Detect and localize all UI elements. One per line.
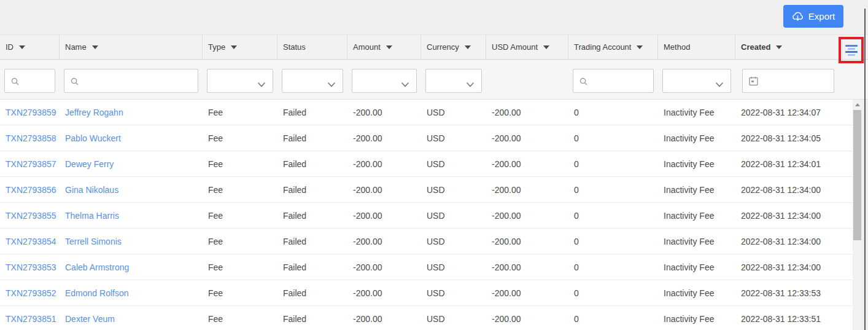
table-row: TXN2793856Gina NikolausFeeFailed-200.00U… (0, 177, 853, 203)
filter-search-box (573, 69, 654, 93)
align-center-lines-icon[interactable] (845, 45, 858, 56)
cell-usd_amount: -200.00 (486, 159, 568, 169)
table-row: TXN2793854Terrell SimonisFeeFailed-200.0… (0, 229, 853, 254)
column-label: Type (208, 42, 225, 52)
column-header-trading_account[interactable]: Trading Account (568, 35, 658, 59)
cell-trading_account: 0 (568, 237, 658, 246)
cell-id[interactable]: TXN2793852 (0, 288, 60, 298)
cell-currency: USD (421, 108, 486, 117)
chevron-down-icon (716, 79, 723, 90)
cell-amount: -200.00 (347, 108, 421, 117)
cell-type: Fee (203, 108, 277, 117)
cell-usd_amount: -200.00 (486, 237, 568, 246)
cell-method: Inactivity Fee (658, 237, 735, 246)
cell-name[interactable]: Caleb Armstrong (60, 262, 203, 272)
cell-id[interactable]: TXN2793855 (0, 211, 60, 221)
filter-select[interactable] (425, 69, 482, 93)
cell-amount: -200.00 (347, 211, 421, 221)
cell-currency: USD (421, 185, 486, 195)
cell-amount: -200.00 (347, 262, 421, 272)
cell-created: 2022-08-31 12:34:00 (735, 211, 842, 221)
cell-name[interactable]: Thelma Harris (60, 211, 203, 221)
table-row: TXN2793852Edmond RolfsonFeeFailed-200.00… (0, 280, 853, 306)
cell-usd_amount: -200.00 (486, 108, 568, 117)
export-button[interactable]: Export (783, 5, 843, 28)
cell-name[interactable]: Dewey Ferry (60, 159, 203, 169)
cell-name[interactable]: Dexter Veum (60, 314, 203, 324)
cell-created: 2022-08-31 12:34:00 (735, 185, 842, 195)
cell-status: Failed (277, 211, 347, 221)
column-header-type[interactable]: Type (203, 35, 277, 59)
cell-status: Failed (277, 133, 347, 143)
column-header-created[interactable]: Created (735, 35, 842, 59)
cell-id[interactable]: TXN2793854 (0, 237, 60, 246)
sort-caret-icon (19, 45, 25, 49)
column-header-name[interactable]: Name (60, 35, 203, 59)
column-label: Amount (353, 42, 381, 52)
cell-id[interactable]: TXN2793851 (0, 314, 60, 324)
filter-select[interactable] (282, 69, 343, 93)
cell-id[interactable]: TXN2793857 (0, 159, 60, 169)
column-header-status[interactable]: Status (277, 35, 347, 59)
cell-type: Fee (203, 314, 277, 324)
cell-created: 2022-08-31 12:34:00 (735, 237, 842, 246)
cell-amount: -200.00 (347, 159, 421, 169)
filter-select[interactable] (207, 69, 273, 93)
filter-select[interactable] (352, 69, 417, 93)
cell-status: Failed (277, 237, 347, 246)
cell-usd_amount: -200.00 (486, 262, 568, 272)
cell-type: Fee (203, 288, 277, 298)
filter-row (0, 60, 868, 100)
cell-name[interactable]: Pablo Wuckert (60, 133, 203, 143)
filter-cell-usd_amount (486, 60, 568, 99)
column-header-currency[interactable]: Currency (421, 35, 486, 59)
cell-status: Failed (277, 262, 347, 272)
cell-trading_account: 0 (568, 288, 658, 298)
cell-method: Inactivity Fee (658, 108, 735, 117)
cell-method: Inactivity Fee (658, 314, 735, 324)
cell-name[interactable]: Terrell Simonis (60, 237, 203, 246)
cell-id[interactable]: TXN2793859 (0, 108, 60, 117)
chevron-down-icon (401, 79, 409, 90)
cell-id[interactable]: TXN2793858 (0, 133, 60, 143)
column-header-id[interactable]: ID (0, 35, 60, 59)
column-label: Status (283, 42, 306, 52)
filter-select[interactable] (662, 69, 731, 93)
filter-search-box (4, 69, 55, 93)
cell-method: Inactivity Fee (658, 288, 735, 298)
column-header-usd_amount[interactable]: USD Amount (486, 35, 568, 59)
filter-date-picker[interactable] (742, 69, 834, 93)
cell-name[interactable]: Edmond Rolfson (60, 288, 203, 298)
column-label: Created (741, 42, 770, 52)
filter-search-input[interactable] (5, 69, 55, 92)
cell-usd_amount: -200.00 (486, 133, 568, 143)
chevron-down-icon (467, 79, 474, 90)
filter-search-box (64, 69, 198, 93)
table-row: TXN2793851Dexter VeumFeeFailed-200.00USD… (0, 306, 853, 330)
column-header-amount[interactable]: Amount (347, 35, 421, 59)
cell-currency: USD (421, 211, 486, 221)
vertical-scrollbar[interactable] (853, 100, 861, 330)
cell-trading_account: 0 (568, 211, 658, 221)
column-header-method[interactable]: Method (658, 35, 735, 59)
cloud-download-icon (792, 10, 804, 22)
scrollbar-thumb[interactable] (853, 110, 861, 240)
table-header-row: ID Name Type Status Amount Currency USD … (0, 34, 868, 60)
filter-cell-trading_account (568, 60, 658, 99)
cell-type: Fee (203, 237, 277, 246)
filter-search-input[interactable] (64, 69, 198, 92)
cell-name[interactable]: Jeffrey Rogahn (60, 108, 203, 117)
calendar-icon (749, 76, 758, 88)
chevron-down-icon (258, 79, 265, 90)
cell-method: Inactivity Fee (658, 262, 735, 272)
scrollbar-up-arrow-icon[interactable] (853, 100, 861, 109)
sort-caret-icon (465, 45, 471, 49)
table-row: TXN2793853Caleb ArmstrongFeeFailed-200.0… (0, 254, 853, 280)
filter-cell-created (735, 60, 842, 99)
cell-status: Failed (277, 108, 347, 117)
cell-id[interactable]: TXN2793856 (0, 185, 60, 195)
cell-name[interactable]: Gina Nikolaus (60, 185, 203, 195)
sort-caret-icon (386, 45, 392, 49)
filter-search-input[interactable] (573, 69, 653, 92)
cell-id[interactable]: TXN2793853 (0, 262, 60, 272)
